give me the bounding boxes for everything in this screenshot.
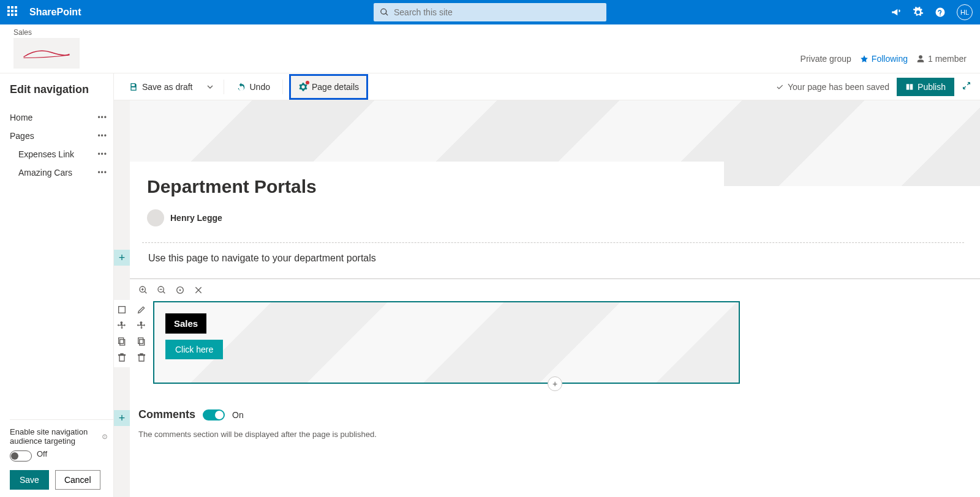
add-section-button[interactable]: + <box>114 410 130 426</box>
section: Sales Click here + <box>130 278 980 384</box>
nav-item-label: Pages <box>10 131 34 141</box>
members-button[interactable]: 1 member <box>916 54 967 64</box>
suite-bar: SharePoint HL <box>0 0 980 24</box>
app-launcher-icon[interactable] <box>7 6 20 18</box>
title-area[interactable]: Department Portals Henry Legge <box>130 162 724 237</box>
save-icon <box>129 82 138 92</box>
webpart-side-toolbar <box>134 300 149 367</box>
edit-webpart-icon[interactable] <box>137 305 146 315</box>
more-icon[interactable]: ••• <box>97 150 107 159</box>
page-details-button[interactable]: Page details <box>292 78 365 95</box>
command-bar-right: Your page has been saved Publish <box>775 78 971 96</box>
info-icon[interactable]: i <box>102 433 107 441</box>
nav-save-button[interactable]: Save <box>10 470 49 490</box>
content-column: Save as draft Undo Page details <box>114 73 980 497</box>
hero-tile-button[interactable]: Click here <box>165 340 223 359</box>
command-bar: Save as draft Undo Page details <box>114 73 980 100</box>
svg-rect-3 <box>910 84 913 89</box>
user-avatar[interactable]: HL <box>957 4 973 20</box>
close-icon[interactable] <box>194 285 203 295</box>
save-draft-chevron[interactable] <box>203 78 217 95</box>
saved-message-text: Your page has been saved <box>788 82 889 92</box>
section-toolbar <box>114 300 130 367</box>
nav-cancel-button[interactable]: Cancel <box>55 470 100 490</box>
person-icon <box>916 54 925 63</box>
svg-rect-5 <box>120 340 125 345</box>
nav-item-label: Amazing Cars <box>18 168 72 177</box>
nav-bottom: Enable site navigation audience targetin… <box>10 419 113 497</box>
expand-button[interactable] <box>962 81 971 92</box>
more-icon[interactable]: ••• <box>97 132 107 140</box>
page-description[interactable]: Use this page to navigate to your depart… <box>148 253 980 264</box>
svg-rect-2 <box>907 84 910 89</box>
author-name[interactable]: Henry Legge <box>170 213 222 223</box>
duplicate-webpart-icon[interactable] <box>137 337 146 346</box>
zoom-in-icon[interactable] <box>138 285 148 295</box>
gear-icon <box>298 82 308 92</box>
edit-section-icon[interactable] <box>117 305 127 315</box>
site-logo-wrap: Sales <box>13 28 80 69</box>
search-box[interactable] <box>374 3 606 21</box>
help-icon[interactable] <box>935 7 946 18</box>
page-details-highlight: Page details <box>289 74 368 100</box>
webpart-top-toolbar <box>130 279 980 301</box>
search-icon <box>380 7 389 17</box>
audience-targeting-toggle[interactable] <box>10 450 32 461</box>
save-draft-label: Save as draft <box>142 82 193 92</box>
delete-webpart-icon[interactable] <box>137 353 146 362</box>
megaphone-icon[interactable] <box>891 7 902 18</box>
site-name[interactable]: Sales <box>13 28 80 37</box>
delete-section-icon[interactable] <box>117 353 127 362</box>
add-section-button[interactable]: + <box>114 250 130 266</box>
svg-rect-12 <box>138 338 143 343</box>
focal-point-icon[interactable] <box>175 285 185 295</box>
nav-item-expenses[interactable]: Expenses Link ••• <box>18 145 113 163</box>
search-input[interactable] <box>394 7 600 17</box>
author-avatar[interactable] <box>147 209 164 226</box>
svg-rect-4 <box>119 307 126 313</box>
page-details-label: Page details <box>312 82 359 92</box>
nav-item-label: Home <box>10 113 32 122</box>
members-label: 1 member <box>928 54 967 64</box>
svg-rect-6 <box>119 338 124 343</box>
nav-item-pages[interactable]: Pages ••• <box>10 127 113 145</box>
nav-item-label: Expenses Link <box>18 149 74 159</box>
settings-icon[interactable] <box>913 7 924 18</box>
svg-rect-11 <box>140 340 145 345</box>
save-draft-button[interactable]: Save as draft <box>123 78 199 95</box>
nav-title: Edit navigation <box>10 83 113 96</box>
toggle-state-label: Off <box>37 449 47 458</box>
comments-toggle[interactable] <box>203 409 225 420</box>
duplicate-section-icon[interactable] <box>117 337 127 346</box>
more-icon[interactable]: ••• <box>97 168 107 177</box>
hero-webpart[interactable]: Sales Click here <box>153 301 740 384</box>
canvas: Department Portals Henry Legge + Use thi… <box>114 100 980 497</box>
undo-icon <box>236 82 246 92</box>
publish-button[interactable]: Publish <box>897 78 954 96</box>
nav-item-home[interactable]: Home ••• <box>10 108 113 127</box>
comments-area: Comments On The comments section will be… <box>138 408 980 439</box>
following-label: Following <box>872 54 908 64</box>
hero-tile-label[interactable]: Sales <box>165 313 206 334</box>
move-section-icon[interactable] <box>117 321 127 331</box>
chevron-down-icon <box>205 82 215 92</box>
canvas-rail <box>114 100 130 497</box>
site-logo[interactable] <box>13 38 80 69</box>
privacy-label: Private group <box>801 54 851 64</box>
comments-note: The comments section will be displayed a… <box>138 430 980 439</box>
comments-heading: Comments <box>138 408 195 421</box>
site-meta: Private group Following 1 member <box>801 54 967 64</box>
audience-targeting-label: Enable site navigation audience targetin… <box>10 427 107 446</box>
undo-button[interactable]: Undo <box>230 78 276 95</box>
move-webpart-icon[interactable] <box>137 321 146 331</box>
star-icon <box>860 54 869 63</box>
add-webpart-button[interactable]: + <box>548 376 562 391</box>
nav-item-amazing-cars[interactable]: Amazing Cars ••• <box>18 163 113 182</box>
following-button[interactable]: Following <box>860 54 908 64</box>
zoom-out-icon[interactable] <box>157 285 167 295</box>
author-row: Henry Legge <box>147 209 707 226</box>
audience-targeting-text: Enable site navigation audience targetin… <box>10 427 100 446</box>
more-icon[interactable]: ••• <box>97 113 107 122</box>
page-title[interactable]: Department Portals <box>147 176 707 197</box>
app-name[interactable]: SharePoint <box>29 7 81 18</box>
